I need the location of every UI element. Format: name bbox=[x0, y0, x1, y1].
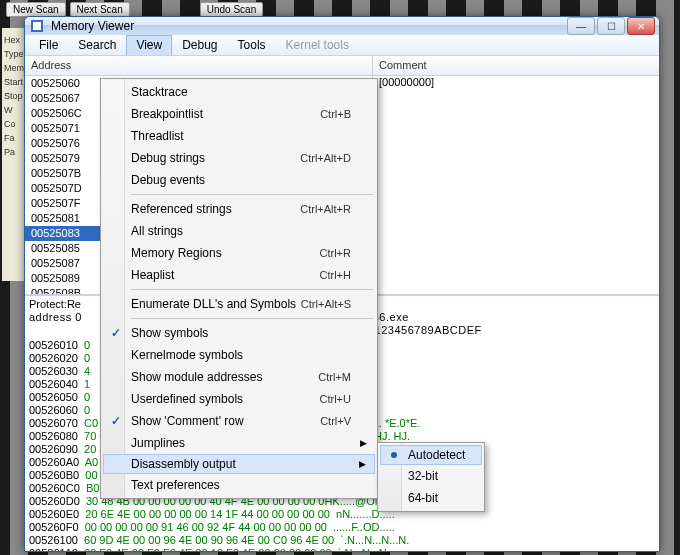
menu-item-breakpointlist[interactable]: BreakpointlistCtrl+B bbox=[103, 103, 375, 125]
menu-item-label: Debug events bbox=[131, 173, 205, 187]
menu-item-debug-events[interactable]: Debug events bbox=[103, 169, 375, 191]
menu-item-label: Show symbols bbox=[131, 326, 208, 340]
menu-item-threadlist[interactable]: Threadlist bbox=[103, 125, 375, 147]
menu-item-show-module-addresses[interactable]: Show module addressesCtrl+M bbox=[103, 366, 375, 388]
menu-item-label: Show module addresses bbox=[131, 370, 262, 384]
comment-value[interactable]: [00000000] bbox=[373, 76, 659, 294]
menu-item-label: Stacktrace bbox=[131, 85, 188, 99]
menu-item-label: Disassembly output bbox=[131, 457, 236, 471]
bullet-icon bbox=[391, 452, 397, 458]
menu-shortcut: Ctrl+B bbox=[320, 108, 351, 120]
comment-header[interactable]: Comment bbox=[373, 56, 659, 76]
chevron-right-icon: ▶ bbox=[359, 459, 366, 469]
menu-item-label: All strings bbox=[131, 224, 183, 238]
submenu-item-32-bit[interactable]: 32-bit bbox=[380, 465, 482, 487]
menu-item-show-comment-row[interactable]: ✓Show 'Comment' rowCtrl+V bbox=[103, 410, 375, 432]
menu-item-disassembly-output[interactable]: Disassembly output▶ bbox=[103, 454, 375, 474]
menu-search[interactable]: Search bbox=[68, 35, 126, 55]
window-title: Memory Viewer bbox=[51, 19, 567, 33]
next-scan-button[interactable]: Next Scan bbox=[70, 2, 130, 17]
submenu-item-64-bit[interactable]: 64-bit bbox=[380, 487, 482, 509]
menu-item-memory-regions[interactable]: Memory RegionsCtrl+R bbox=[103, 242, 375, 264]
comment-column: Comment [00000000] bbox=[373, 56, 659, 294]
menu-item-userdefined-symbols[interactable]: Userdefined symbolsCtrl+U bbox=[103, 388, 375, 410]
menu-item-debug-strings[interactable]: Debug stringsCtrl+Alt+D bbox=[103, 147, 375, 169]
disassembly-submenu: Autodetect32-bit64-bit bbox=[377, 442, 485, 512]
hex-row[interactable]: 00526110 60 F2 4E 00 F0 F2 4E 00 10 F3 4… bbox=[25, 547, 659, 552]
menu-separator bbox=[131, 194, 373, 195]
menu-shortcut: Ctrl+R bbox=[320, 247, 351, 259]
hex-row[interactable]: 00526100 60 9D 4E 00 00 96 4E 00 90 96 4… bbox=[25, 534, 659, 547]
menu-item-text-preferences[interactable]: Text preferences bbox=[103, 474, 375, 496]
menu-item-label: Userdefined symbols bbox=[131, 392, 243, 406]
check-icon: ✓ bbox=[111, 414, 121, 428]
submenu-item-autodetect[interactable]: Autodetect bbox=[380, 445, 482, 465]
menu-item-label: Jumplines bbox=[131, 436, 185, 450]
bg-buttons: New Scan Next Scan Undo Scan bbox=[6, 2, 263, 17]
minimize-button[interactable]: — bbox=[567, 17, 595, 35]
menu-item-enumerate-dll-s-and-symbols[interactable]: Enumerate DLL's and SymbolsCtrl+Alt+S bbox=[103, 293, 375, 315]
menu-item-kernelmode-symbols[interactable]: Kernelmode symbols bbox=[103, 344, 375, 366]
menu-item-label: Show 'Comment' row bbox=[131, 414, 244, 428]
menu-debug[interactable]: Debug bbox=[172, 35, 227, 55]
app-icon bbox=[29, 18, 45, 34]
view-dropdown: StacktraceBreakpointlistCtrl+BThreadlist… bbox=[100, 78, 378, 499]
new-scan-button[interactable]: New Scan bbox=[6, 2, 66, 17]
menu-item-heaplist[interactable]: HeaplistCtrl+H bbox=[103, 264, 375, 286]
menu-item-label: Debug strings bbox=[131, 151, 205, 165]
maximize-button[interactable]: ☐ bbox=[597, 17, 625, 35]
hex-address-label: address 0 bbox=[29, 311, 82, 323]
menu-item-label: Breakpointlist bbox=[131, 107, 203, 121]
undo-scan-button[interactable]: Undo Scan bbox=[200, 2, 263, 17]
hex-row[interactable]: 005260F0 00 00 00 00 00 91 46 00 92 4F 4… bbox=[25, 521, 659, 534]
menu-item-label: Threadlist bbox=[131, 129, 184, 143]
menu-shortcut: Ctrl+U bbox=[320, 393, 351, 405]
menu-tools[interactable]: Tools bbox=[228, 35, 276, 55]
submenu-label: 32-bit bbox=[408, 469, 438, 483]
check-icon: ✓ bbox=[111, 326, 121, 340]
menu-view[interactable]: View bbox=[126, 35, 172, 55]
submenu-label: Autodetect bbox=[408, 448, 465, 462]
close-button[interactable]: ✕ bbox=[627, 17, 655, 35]
menu-shortcut: Ctrl+V bbox=[320, 415, 351, 427]
menu-separator bbox=[131, 318, 373, 319]
menu-separator bbox=[131, 289, 373, 290]
menubar: File Search View Debug Tools Kernel tool… bbox=[25, 35, 659, 56]
menu-shortcut: Ctrl+Alt+R bbox=[300, 203, 351, 215]
menu-item-label: Memory Regions bbox=[131, 246, 222, 260]
menu-item-jumplines[interactable]: Jumplines▶ bbox=[103, 432, 375, 454]
menu-file[interactable]: File bbox=[29, 35, 68, 55]
hex-protect: Protect:Re bbox=[29, 298, 81, 310]
menu-item-label: Heaplist bbox=[131, 268, 174, 282]
chevron-right-icon: ▶ bbox=[360, 438, 367, 448]
menu-item-all-strings[interactable]: All strings bbox=[103, 220, 375, 242]
menu-shortcut: Ctrl+H bbox=[320, 269, 351, 281]
menu-shortcut: Ctrl+Alt+D bbox=[300, 152, 351, 164]
menu-item-label: Text preferences bbox=[131, 478, 220, 492]
menu-shortcut: Ctrl+Alt+S bbox=[301, 298, 351, 310]
menu-item-label: Enumerate DLL's and Symbols bbox=[131, 297, 296, 311]
svg-rect-1 bbox=[33, 22, 41, 30]
menu-item-label: Kernelmode symbols bbox=[131, 348, 243, 362]
window-body: Address 00525060005250670052506C00525071… bbox=[25, 56, 659, 552]
menu-item-referenced-strings[interactable]: Referenced stringsCtrl+Alt+R bbox=[103, 198, 375, 220]
menu-kernel-tools[interactable]: Kernel tools bbox=[276, 35, 359, 55]
address-header[interactable]: Address bbox=[25, 56, 372, 76]
menu-item-label: Referenced strings bbox=[131, 202, 232, 216]
titlebar[interactable]: Memory Viewer — ☐ ✕ bbox=[25, 17, 659, 35]
menu-item-show-symbols[interactable]: ✓Show symbols bbox=[103, 322, 375, 344]
menu-shortcut: Ctrl+M bbox=[318, 371, 351, 383]
menu-item-stacktrace[interactable]: Stacktrace bbox=[103, 81, 375, 103]
submenu-label: 64-bit bbox=[408, 491, 438, 505]
hex-row[interactable]: 005260E0 20 6E 4E 00 00 00 00 00 14 1F 4… bbox=[25, 508, 659, 521]
memory-viewer-window: Memory Viewer — ☐ ✕ File Search View Deb… bbox=[24, 16, 660, 552]
